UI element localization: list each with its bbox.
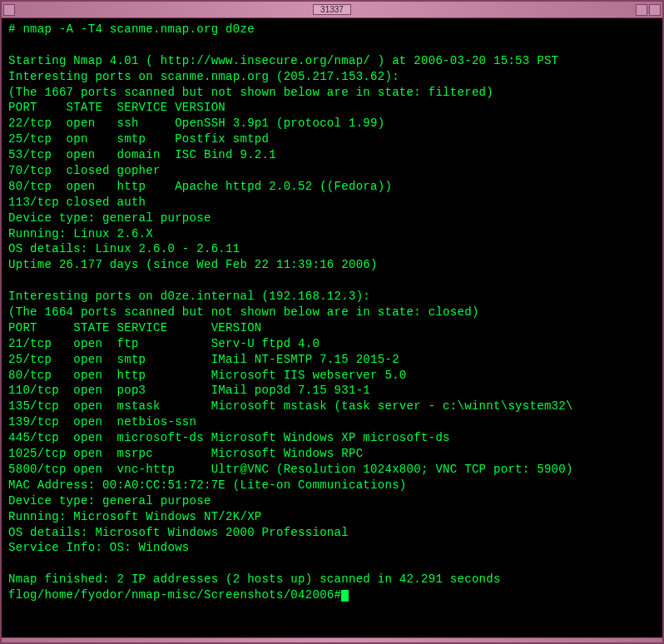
window-menu-button[interactable] [3,4,15,16]
host2-interesting: Interesting ports on d0ze.internal (192.… [8,290,370,303]
nmap-header: Starting Nmap 4.01 ( http://www.insecure… [8,54,558,67]
host2-filtered-note: (The 1664 ports scanned but not shown be… [8,305,479,319]
host2-port-row: 21/tcp open ftp Serv-U ftpd 4.0 [8,337,320,350]
terminal-window: 31337 # nmap -A -T4 scanme.nmap.org d0ze… [0,0,664,644]
host1-port-row: 70/tcp closed gopher [8,164,161,177]
host2-device-type: Device type: general purpose [8,494,211,508]
host2-mac: MAC Address: 00:A0:CC:51:72:7E (Lite-on … [8,478,407,492]
host2-port-row: 1025/tcp open msrpc Microsoft Windows RP… [8,447,363,460]
host2-running: Running: Microsoft Windows NT/2K/XP [8,510,262,523]
host2-port-row: 110/tcp open pop3 IMail pop3d 7.15 931-1 [8,384,370,397]
host1-uptime: Uptime 26.177 days (since Wed Feb 22 11:… [8,258,378,271]
host2-port-row: 139/tcp open netbios-ssn [8,415,196,429]
nmap-finished: Nmap finished: 2 IP addresses (2 hosts u… [8,572,501,586]
host1-running: Running: Linux 2.6.X [8,227,153,240]
host1-table-header: PORT STATE SERVICE VERSION [8,101,225,114]
host2-os-details: OS details: Microsoft Windows 2000 Profe… [8,526,349,539]
host2-table-header: PORT STATE SERVICE VERSION [8,321,262,334]
host1-port-row: 113/tcp closed auth [8,196,146,209]
host1-interesting: Interesting ports on scanme.nmap.org (20… [8,70,399,83]
host2-port-row: 445/tcp open microsoft-ds Microsoft Wind… [8,431,450,444]
host2-port-row: 25/tcp open smtp IMail NT-ESMTP 7.15 201… [8,353,399,366]
host2-service-info: Service Info: OS: Windows [8,541,190,554]
host1-port-row: 25/tcp opn smtp Postfix smtpd [8,132,269,146]
host2-port-row: 5800/tcp open vnc-http Ultr@VNC (Resolut… [8,463,573,476]
window-bottom-border [2,637,662,642]
host1-port-row: 22/tcp open ssh OpenSSH 3.9p1 (protocol … [8,116,384,130]
host1-filtered-note: (The 1667 ports scanned but not shown be… [8,86,493,99]
host1-port-row: 80/tcp open http Apache httpd 2.0.52 ((F… [8,180,392,193]
host2-port-row: 135/tcp open mstask Microsoft mstask (ta… [8,399,573,413]
minimize-button[interactable] [636,4,647,16]
shell-prompt: flog/home/fyodor/nmap-misc/Screenshots/0… [8,588,341,602]
host1-device-type: Device type: general purpose [8,211,211,225]
titlebar[interactable]: 31337 [2,2,662,18]
host2-port-row: 80/tcp open http Microsoft IIS webserver… [8,369,407,382]
window-title: 31337 [313,4,351,15]
maximize-button[interactable] [649,4,661,16]
cursor [341,590,348,602]
terminal-output[interactable]: # nmap -A -T4 scanme.nmap.org d0ze Start… [2,18,662,637]
host1-os-details: OS details: Linux 2.6.0 - 2.6.11 [8,242,240,255]
command-line: # nmap -A -T4 scanme.nmap.org d0ze [8,22,255,36]
host1-port-row: 53/tcp open domain ISC Bind 9.2.1 [8,148,276,161]
